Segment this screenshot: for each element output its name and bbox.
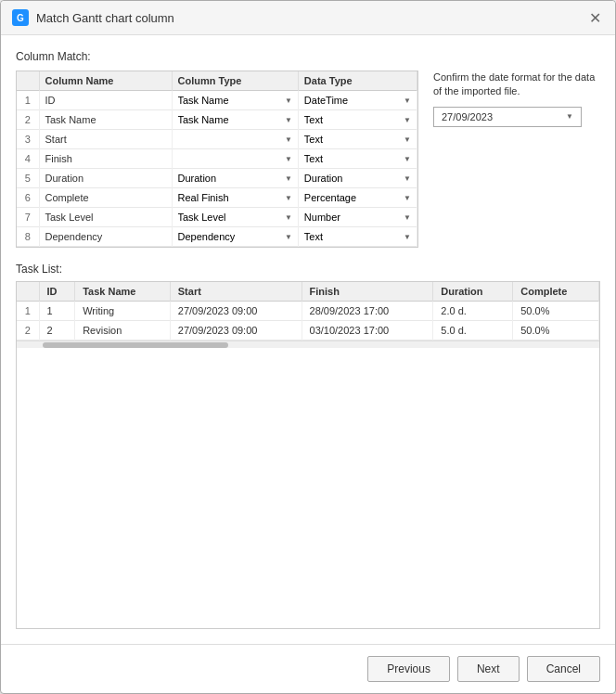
row-num-cell: 1: [17, 91, 39, 110]
column-name-cell: Task Level: [39, 208, 172, 227]
data-type-cell[interactable]: Text ▼: [298, 149, 417, 169]
task-id-cell: 2: [39, 321, 75, 341]
column-type-cell[interactable]: ▼: [172, 130, 298, 149]
row-num-cell: 5: [17, 169, 39, 188]
main-window: G Match Gantt chart column ✕ Column Matc…: [0, 0, 616, 694]
data-type-select[interactable]: Text: [304, 114, 404, 125]
data-type-select[interactable]: Number: [304, 212, 404, 223]
task-row: 1 1 Writing 27/09/2023 09:00 28/09/2023 …: [17, 302, 599, 321]
select-arrow-icon: ▼: [404, 174, 411, 183]
task-complete-cell: 50.0%: [513, 321, 599, 341]
footer: Previous Next Cancel: [1, 644, 615, 693]
column-type-select[interactable]: [178, 134, 285, 145]
column-name-cell: Dependency: [39, 227, 172, 247]
task-name-cell: Writing: [75, 302, 171, 321]
column-type-cell[interactable]: Task Level ▼: [172, 208, 298, 227]
select-arrow-icon: ▼: [285, 233, 292, 241]
column-name-cell: Finish: [39, 149, 172, 169]
select-arrow-icon: ▼: [285, 155, 292, 163]
table-row: 5 Duration Duration ▼ Duration ▼: [17, 169, 417, 188]
col-header-num: [17, 71, 39, 91]
date-format-value: 27/09/2023: [442, 111, 493, 122]
task-finish-cell: 03/10/2023 17:00: [302, 321, 433, 341]
task-finish-cell: 28/09/2023 17:00: [302, 302, 433, 321]
task-id-cell: 1: [39, 302, 75, 321]
column-type-select[interactable]: [178, 153, 285, 164]
row-num-cell: 7: [17, 208, 39, 227]
select-arrow-icon: ▼: [404, 135, 411, 144]
column-type-select[interactable]: Task Name: [178, 114, 285, 125]
content-area: Column Match: Column Name Column Type Da…: [1, 35, 615, 644]
close-button[interactable]: ✕: [585, 8, 604, 27]
data-type-cell[interactable]: DateTime ▼: [298, 91, 417, 110]
row-num-cell: 6: [17, 188, 39, 208]
data-type-select[interactable]: Duration: [304, 173, 404, 184]
row-num-cell: 2: [17, 110, 39, 130]
column-name-cell: Start: [39, 130, 172, 149]
column-type-select[interactable]: Task Name: [178, 95, 285, 106]
data-type-select[interactable]: Text: [304, 153, 404, 164]
column-type-cell[interactable]: ▼: [172, 149, 298, 169]
cancel-button[interactable]: Cancel: [527, 656, 600, 682]
previous-button[interactable]: Previous: [367, 656, 450, 682]
select-arrow-icon: ▼: [404, 233, 411, 241]
column-type-cell[interactable]: Real Finish ▼: [172, 188, 298, 208]
column-match-label: Column Match:: [16, 50, 600, 63]
column-match-table: Column Name Column Type Data Type 1 ID T…: [17, 71, 417, 247]
select-arrow-icon: ▼: [285, 135, 292, 144]
select-arrow-icon: ▼: [404, 194, 411, 202]
column-type-cell[interactable]: Task Name ▼: [172, 110, 298, 130]
table-row: 7 Task Level Task Level ▼ Number ▼: [17, 208, 417, 227]
data-type-cell[interactable]: Text ▼: [298, 227, 417, 247]
title-bar-left: G Match Gantt chart column: [12, 9, 174, 26]
column-type-cell[interactable]: Task Name ▼: [172, 91, 298, 110]
right-panel: Confirm the date format for the data of …: [433, 71, 600, 248]
data-type-cell[interactable]: Text ▼: [298, 130, 417, 149]
task-row-num: 2: [17, 321, 39, 341]
date-format-dropdown[interactable]: 27/09/2023 ▼: [433, 107, 582, 127]
data-type-cell[interactable]: Number ▼: [298, 208, 417, 227]
task-col-id: ID: [39, 282, 75, 302]
data-type-cell[interactable]: Percentage ▼: [298, 188, 417, 208]
column-name-cell: Task Name: [39, 110, 172, 130]
task-list-table: ID Task Name Start Finish Duration Compl…: [17, 282, 599, 341]
col-header-column-name: Column Name: [39, 71, 172, 91]
data-type-select[interactable]: DateTime: [304, 95, 404, 106]
col-header-data-type: Data Type: [298, 71, 417, 91]
column-type-select[interactable]: Dependency: [178, 231, 285, 242]
task-list-label: Task List:: [16, 263, 600, 276]
column-type-select[interactable]: Duration: [178, 173, 285, 184]
scrollbar-area[interactable]: [17, 341, 599, 348]
select-arrow-icon: ▼: [404, 96, 411, 105]
column-type-select[interactable]: Task Level: [178, 212, 285, 223]
column-type-cell[interactable]: Duration ▼: [172, 169, 298, 188]
row-num-cell: 4: [17, 149, 39, 169]
task-duration-cell: 5.0 d.: [433, 321, 513, 341]
table-header-row: Column Name Column Type Data Type: [17, 71, 417, 91]
task-header-row: ID Task Name Start Finish Duration Compl…: [17, 282, 599, 302]
select-arrow-icon: ▼: [404, 213, 411, 222]
column-type-select[interactable]: Real Finish: [178, 192, 285, 203]
select-arrow-icon: ▼: [404, 155, 411, 163]
data-type-cell[interactable]: Text ▼: [298, 110, 417, 130]
table-row: 6 Complete Real Finish ▼ Percentage ▼: [17, 188, 417, 208]
app-icon: G: [12, 9, 29, 26]
column-type-cell[interactable]: Dependency ▼: [172, 227, 298, 247]
task-col-name: Task Name: [75, 282, 171, 302]
task-list-table-container: ID Task Name Start Finish Duration Compl…: [16, 281, 600, 629]
task-duration-cell: 2.0 d.: [433, 302, 513, 321]
task-col-finish: Finish: [302, 282, 433, 302]
task-start-cell: 27/09/2023 09:00: [170, 302, 302, 321]
scrollbar-thumb[interactable]: [43, 342, 228, 348]
window-title: Match Gantt chart column: [36, 11, 174, 25]
data-type-select[interactable]: Text: [304, 134, 404, 145]
task-col-duration: Duration: [433, 282, 513, 302]
column-name-cell: ID: [39, 91, 172, 110]
data-type-select[interactable]: Percentage: [304, 192, 404, 203]
select-arrow-icon: ▼: [285, 174, 292, 183]
select-arrow-icon: ▼: [285, 96, 292, 105]
data-type-cell[interactable]: Duration ▼: [298, 169, 417, 188]
next-button[interactable]: Next: [457, 656, 520, 682]
data-type-select[interactable]: Text: [304, 231, 404, 242]
row-num-cell: 8: [17, 227, 39, 247]
